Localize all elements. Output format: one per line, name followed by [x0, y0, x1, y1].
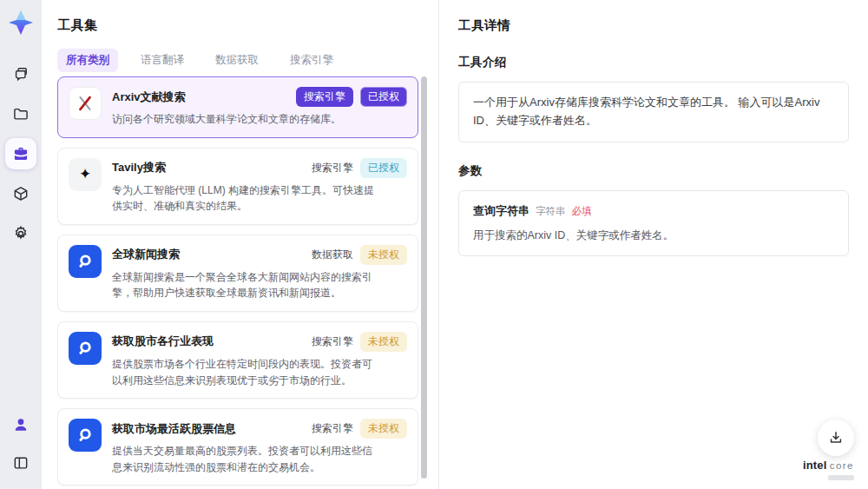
- param-name: 查询字符串: [473, 202, 529, 221]
- tab-data-fetching[interactable]: 数据获取: [207, 49, 267, 72]
- user-avatar-button[interactable]: [5, 409, 36, 440]
- sidebar-toggle-button[interactable]: [5, 447, 36, 479]
- tool-intro-box: 一个用于从Arxiv存储库搜索科学论文和文章的工具。 输入可以是Arxiv ID…: [458, 82, 849, 142]
- rail-bottom: [5, 409, 36, 479]
- page-title: 工具集: [57, 17, 438, 34]
- auth-status-badge: 未授权: [360, 332, 407, 352]
- tool-description: 全球新闻搜索是一个聚合全球各大新闻网站内容的搜索引擎，帮助用户快速获取全球最新资…: [112, 269, 379, 301]
- param-card: 查询字符串 字符串 必填 用于搜索的Arxiv ID、关键字或作者姓名。: [458, 190, 849, 257]
- primary-nav: [5, 58, 36, 249]
- tool-card-list: Arxiv文献搜索 搜索引擎 已授权 访问各个研究领域大量科学论文和文章的存储库…: [57, 76, 418, 489]
- package-icon: [12, 185, 30, 202]
- nav-files[interactable]: [5, 98, 36, 129]
- layout-toggle-icon: [12, 454, 30, 472]
- tool-name: 获取市场最活跃股票信息: [112, 421, 305, 437]
- settings-gear-icon: [12, 225, 30, 242]
- tab-language-translation[interactable]: 语言翻译: [132, 49, 193, 72]
- app-logo-icon: [6, 8, 36, 37]
- category-label: 数据获取: [312, 248, 353, 262]
- folder-icon: [12, 105, 30, 122]
- chat-icon: [12, 65, 30, 83]
- nav-tools[interactable]: [5, 138, 36, 169]
- app-window: 工具集 所有类别 语言翻译 数据获取 搜索引擎 Arxiv文献搜索: [0, 0, 868, 489]
- brand-sub-badge: [828, 475, 854, 480]
- download-icon: [827, 429, 845, 446]
- tool-card-tavily[interactable]: ✦ Tavily搜索 搜索引擎 已授权 专为人工智能代理 (LLM) 构建的搜索…: [57, 148, 418, 225]
- auth-status-badge: 未授权: [360, 245, 407, 265]
- category-label: 搜索引擎: [312, 161, 353, 175]
- brand-intel-text: intel: [803, 459, 827, 472]
- download-button[interactable]: [818, 420, 854, 456]
- blue-search-logo-icon: [69, 332, 102, 365]
- param-description: 用于搜索的Arxiv ID、关键字或作者姓名。: [473, 227, 834, 244]
- tavily-star-icon: ✦: [69, 158, 102, 191]
- tab-all-categories[interactable]: 所有类别: [57, 49, 118, 72]
- intro-heading: 工具介绍: [458, 55, 849, 70]
- blue-search-logo-icon: [69, 419, 102, 452]
- params-heading: 参数: [458, 163, 849, 179]
- nav-chat[interactable]: [5, 58, 36, 89]
- auth-status-badge: 未授权: [360, 419, 407, 439]
- toolbox-icon: [12, 145, 30, 162]
- tool-list-panel: 工具集 所有类别 语言翻译 数据获取 搜索引擎 Arxiv文献搜索: [42, 0, 438, 489]
- list-scrollbar[interactable]: [421, 76, 427, 479]
- user-icon: [12, 416, 30, 433]
- tool-name: 获取股市各行业表现: [112, 334, 305, 349]
- tool-card-global-news[interactable]: 全球新闻搜索 数据获取 未授权 全球新闻搜索是一个聚合全球各大新闻网站内容的搜索…: [57, 235, 418, 312]
- category-label: 搜索引擎: [312, 334, 353, 349]
- intel-core-logo: intelcore: [803, 457, 854, 480]
- brand-core-text: core: [830, 460, 854, 471]
- category-tabs: 所有类别 语言翻译 数据获取 搜索引擎: [57, 49, 438, 72]
- auth-status-badge: 已授权: [360, 87, 407, 107]
- nav-settings[interactable]: [5, 218, 36, 249]
- blue-search-logo-icon: [69, 245, 102, 278]
- tool-description: 专为人工智能代理 (LLM) 构建的搜索引擎工具。可快速提供实时、准确和真实的结…: [112, 182, 379, 215]
- param-required-flag: 必填: [572, 203, 592, 219]
- tool-name: Arxiv文献搜索: [112, 89, 289, 105]
- tool-description: 提供当天交易量最高的股票列表。投资者可以利用这些信息来识别流动性强的股票和潜在的…: [112, 443, 379, 475]
- tool-description: 提供股票市场各个行业在特定时间段内的表现。投资者可以利用这些信息来识别表现优于或…: [112, 356, 379, 388]
- tool-detail-panel: 工具详情 工具介绍 一个用于从Arxiv存储库搜索科学论文和文章的工具。 输入可…: [438, 0, 868, 489]
- param-type: 字符串: [536, 203, 566, 219]
- category-badge: 搜索引擎: [296, 87, 353, 107]
- tool-description: 访问各个研究领域大量科学论文和文章的存储库。: [112, 111, 379, 128]
- arxiv-logo-icon: [69, 87, 102, 120]
- tool-card-arxiv[interactable]: Arxiv文献搜索 搜索引擎 已授权 访问各个研究领域大量科学论文和文章的存储库…: [57, 76, 418, 138]
- tool-card-sector-performance[interactable]: 获取股市各行业表现 搜索引擎 未授权 提供股票市场各个行业在特定时间段内的表现。…: [57, 321, 418, 399]
- left-rail: [0, 0, 42, 489]
- tool-name: Tavily搜索: [112, 160, 305, 175]
- category-label: 搜索引擎: [312, 421, 353, 436]
- tab-search-engine[interactable]: 搜索引擎: [281, 49, 342, 72]
- tool-name: 全球新闻搜索: [112, 247, 305, 262]
- nav-packages[interactable]: [5, 178, 36, 209]
- detail-title: 工具详情: [458, 17, 849, 34]
- auth-status-badge: 已授权: [360, 158, 407, 178]
- tool-card-most-active-stocks[interactable]: 获取市场最活跃股票信息 搜索引擎 未授权 提供当天交易量最高的股票列表。投资者可…: [57, 408, 418, 486]
